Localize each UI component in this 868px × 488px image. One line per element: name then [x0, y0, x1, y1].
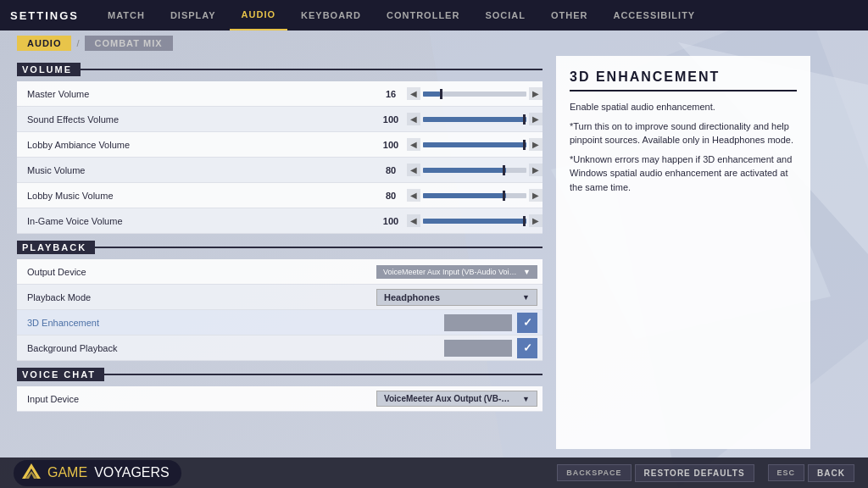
master-volume-fill — [423, 92, 440, 97]
tab-controller[interactable]: CONTROLLER — [375, 0, 471, 30]
logo-game-text: GAME — [47, 465, 87, 480]
music-volume-thumb — [503, 165, 505, 175]
tab-audio[interactable]: AUDIO — [230, 0, 287, 30]
back-button[interactable]: BACK — [808, 464, 854, 482]
master-volume-row: Master Volume 16 ◀ ▶ — [17, 81, 542, 107]
info-panel: 3D ENHANCEMENT Enable spatial audio enha… — [556, 56, 810, 449]
left-panel: VOLUME Master Volume 16 ◀ ▶ Sound Eff — [17, 56, 542, 449]
input-device-row: Input Device VoiceMeeter Aux Output (VB-… — [17, 386, 542, 412]
lobby-music-right[interactable]: ▶ — [529, 189, 542, 202]
lobby-ambiance-value: 100 — [375, 140, 407, 150]
logo-voyagers-text: VOYAGERS — [94, 465, 170, 480]
tab-match[interactable]: MATCH — [96, 0, 157, 30]
master-volume-right[interactable]: ▶ — [529, 87, 542, 100]
lobby-ambiance-slider[interactable]: ◀ ▶ — [407, 138, 542, 151]
restore-defaults-button[interactable]: RESTORE DEFAULTS — [635, 464, 754, 482]
main-content: VOLUME Master Volume 16 ◀ ▶ Sound Eff — [0, 56, 868, 449]
info-line-1: Enable spatial audio enhancement. — [570, 100, 797, 114]
master-volume-thumb — [440, 89, 442, 99]
output-device-row: Output Device VoiceMeeter Aux Input (VB-… — [17, 259, 542, 285]
ingame-voice-row: In-Game Voice Volume 100 ◀ ▶ — [17, 208, 542, 234]
tab-accessibility[interactable]: ACCESSIBILITY — [601, 0, 707, 30]
output-device-value: VoiceMeeter Aux Input (VB-Audio VoiceMee… — [383, 268, 519, 276]
input-device-value: VoiceMeeter Aux Output (VB-Audi — [384, 394, 511, 403]
lobby-music-label: Lobby Music Volume — [17, 191, 375, 201]
lobby-ambiance-row: Lobby Ambiance Volume 100 ◀ ▶ — [17, 132, 542, 158]
logo: GAME VOYAGERS — [14, 460, 181, 486]
bottom-actions: BACKSPACE RESTORE DEFAULTS ESC BACK — [557, 464, 854, 482]
lobby-music-left[interactable]: ◀ — [407, 189, 420, 202]
info-panel-title: 3D ENHANCEMENT — [570, 69, 797, 92]
lobby-ambiance-left[interactable]: ◀ — [407, 138, 420, 151]
output-device-label: Output Device — [17, 267, 373, 277]
logo-icon — [22, 463, 41, 483]
ingame-voice-track[interactable] — [423, 219, 526, 224]
tab-social[interactable]: SOCIAL — [473, 0, 537, 30]
music-volume-slider[interactable]: ◀ ▶ — [407, 164, 542, 176]
playback-mode-arrow: ▼ — [522, 293, 530, 302]
sub-navigation: AUDIO / COMBAT MIX — [0, 30, 868, 56]
master-volume-slider[interactable]: ◀ ▶ — [407, 87, 542, 100]
volume-title: VOLUME — [17, 63, 81, 76]
ingame-voice-slider[interactable]: ◀ ▶ — [407, 214, 542, 227]
playback-settings: Output Device VoiceMeeter Aux Input (VB-… — [17, 259, 542, 361]
tab-display[interactable]: DISPLAY — [159, 0, 228, 30]
voice-chat-settings: Input Device VoiceMeeter Aux Output (VB-… — [17, 386, 542, 412]
background-playback-checkbox[interactable]: ✓ — [517, 338, 537, 358]
sfx-volume-label: Sound Effects Volume — [17, 114, 375, 125]
output-device-arrow: ▼ — [523, 268, 531, 276]
lobby-ambiance-track[interactable] — [423, 142, 526, 147]
lobby-ambiance-thumb — [523, 140, 526, 150]
sfx-volume-track[interactable] — [423, 117, 526, 122]
music-volume-fill — [423, 168, 506, 173]
lobby-music-track[interactable] — [423, 193, 526, 198]
sfx-volume-thumb — [523, 114, 526, 125]
playback-line — [95, 247, 542, 248]
volume-settings: Master Volume 16 ◀ ▶ Sound Effects Volum… — [17, 81, 542, 234]
music-volume-value: 80 — [375, 165, 407, 175]
master-volume-track[interactable] — [423, 92, 526, 97]
sfx-volume-right[interactable]: ▶ — [529, 113, 542, 125]
background-playback-track[interactable] — [444, 340, 512, 357]
music-volume-label: Music Volume — [17, 165, 375, 175]
lobby-ambiance-right[interactable]: ▶ — [529, 138, 542, 151]
lobby-ambiance-fill — [423, 142, 526, 147]
volume-line — [81, 69, 542, 70]
music-volume-left[interactable]: ◀ — [407, 164, 420, 176]
input-device-control: VoiceMeeter Aux Output (VB-Audi ▼ — [373, 391, 542, 407]
lobby-music-row: Lobby Music Volume 80 ◀ ▶ — [17, 183, 542, 208]
3d-enhancement-checkbox[interactable]: ✓ — [517, 313, 537, 333]
ingame-voice-right[interactable]: ▶ — [529, 214, 542, 227]
sfx-volume-value: 100 — [375, 114, 407, 125]
top-navigation: SETTINGS MATCH DISPLAY AUDIO KEYBOARD CO… — [0, 0, 868, 30]
3d-enhancement-track[interactable] — [444, 314, 512, 331]
voice-chat-section-header: VOICE CHAT — [17, 368, 542, 381]
tab-other[interactable]: OTHER — [539, 0, 600, 30]
input-device-label: Input Device — [17, 394, 373, 404]
sub-tab-audio[interactable]: AUDIO — [17, 36, 71, 51]
sfx-volume-left[interactable]: ◀ — [407, 113, 420, 125]
music-volume-right[interactable]: ▶ — [529, 164, 542, 176]
3d-enhancement-row: 3D Enhancement ✓ — [17, 310, 542, 336]
sub-tab-combat-mix[interactable]: COMBAT MIX — [85, 36, 173, 51]
tab-keyboard[interactable]: KEYBOARD — [289, 0, 373, 30]
sub-tab-separator: / — [73, 38, 82, 48]
nav-tabs: MATCH DISPLAY AUDIO KEYBOARD CONTROLLER … — [96, 0, 707, 30]
ingame-voice-label: In-Game Voice Volume — [17, 216, 375, 226]
music-volume-track[interactable] — [423, 168, 526, 173]
lobby-music-slider[interactable]: ◀ ▶ — [407, 189, 542, 202]
lobby-music-value: 80 — [375, 191, 407, 201]
app-title: SETTINGS — [10, 9, 79, 22]
output-device-dropdown[interactable]: VoiceMeeter Aux Input (VB-Audio VoiceMee… — [376, 265, 537, 279]
output-device-control: VoiceMeeter Aux Input (VB-Audio VoiceMee… — [373, 265, 542, 279]
master-volume-left[interactable]: ◀ — [407, 87, 420, 100]
input-device-dropdown[interactable]: VoiceMeeter Aux Output (VB-Audi ▼ — [376, 391, 537, 407]
playback-mode-dropdown[interactable]: Headphones ▼ — [376, 289, 537, 306]
backspace-key: BACKSPACE — [557, 464, 631, 481]
playback-mode-label: Playback Mode — [17, 292, 373, 302]
info-line-2: *Turn this on to improve sound direction… — [570, 119, 797, 147]
playback-title: PLAYBACK — [17, 241, 95, 254]
sfx-volume-slider[interactable]: ◀ ▶ — [407, 113, 542, 125]
3d-enhancement-label: 3D Enhancement — [17, 318, 373, 328]
ingame-voice-left[interactable]: ◀ — [407, 214, 420, 227]
